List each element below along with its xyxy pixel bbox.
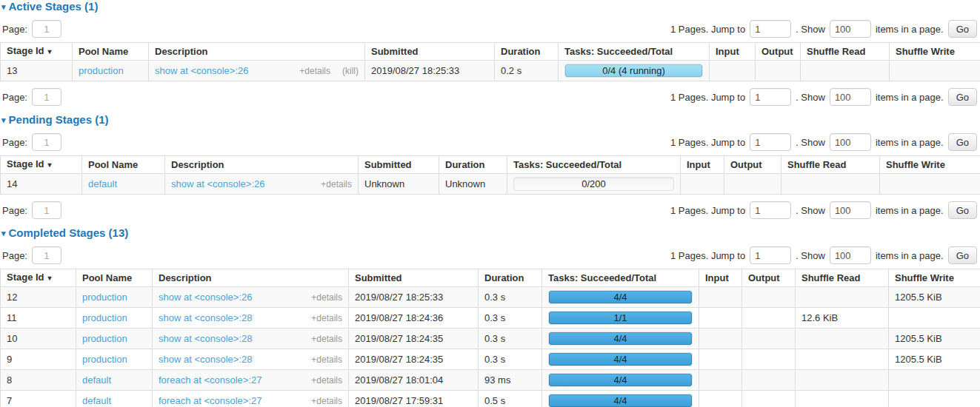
- column-header-description[interactable]: Description: [153, 269, 349, 287]
- pool-name-link[interactable]: default: [82, 395, 111, 406]
- column-header-duration[interactable]: Duration: [495, 43, 559, 61]
- go-button[interactable]: Go: [948, 133, 977, 151]
- show-items-input[interactable]: [830, 20, 871, 38]
- pool-name-cell: production: [76, 349, 153, 370]
- go-button[interactable]: Go: [948, 246, 977, 264]
- page-number-input[interactable]: [32, 133, 61, 151]
- column-header-tasks-succeeded-total[interactable]: Tasks: Succeeded/Total: [542, 269, 699, 287]
- details-toggle[interactable]: +details: [299, 66, 330, 76]
- stage-description-link[interactable]: show at <console>:26: [159, 292, 311, 303]
- column-header-label: Shuffle Write: [895, 272, 954, 283]
- column-header-shuffle-write[interactable]: Shuffle Write: [889, 269, 980, 287]
- pool-name-link[interactable]: production: [82, 312, 127, 323]
- show-items-input[interactable]: [830, 133, 871, 151]
- stage-description-link[interactable]: show at <console>:26: [171, 179, 321, 189]
- show-items-input[interactable]: [830, 201, 871, 219]
- go-button[interactable]: Go: [948, 20, 977, 38]
- stage-description-link[interactable]: foreach at <console>:27: [159, 396, 311, 406]
- page-number-input[interactable]: [32, 246, 61, 264]
- pool-name-link[interactable]: default: [82, 374, 111, 386]
- duration-cell: 93 ms: [479, 370, 542, 391]
- shuffle-read-cell: [796, 370, 889, 391]
- stage-description-link[interactable]: show at <console>:28: [159, 334, 311, 344]
- column-header-submitted[interactable]: Submitted: [365, 43, 495, 61]
- column-header-pool-name[interactable]: Pool Name: [76, 269, 153, 287]
- stage-description-link[interactable]: show at <console>:28: [159, 354, 311, 365]
- jump-to-input[interactable]: [750, 133, 791, 151]
- stage-description-link[interactable]: foreach at <console>:27: [159, 375, 311, 386]
- column-header-shuffle-read[interactable]: Shuffle Read: [796, 269, 889, 287]
- go-button[interactable]: Go: [948, 201, 977, 219]
- active-stages-heading[interactable]: ▾Active Stages (1): [1, 1, 980, 13]
- kill-link[interactable]: (kill): [342, 66, 359, 76]
- tasks-cell: 0/200: [507, 174, 681, 195]
- shuffle-write-cell: 1205.5 KiB: [889, 349, 980, 370]
- pool-name-link[interactable]: production: [82, 292, 127, 303]
- header-row: Stage Id▾Pool NameDescriptionSubmittedDu…: [1, 269, 980, 287]
- column-header-input[interactable]: Input: [710, 43, 756, 61]
- column-header-shuffle-write[interactable]: Shuffle Write: [890, 43, 980, 61]
- pool-name-link[interactable]: default: [88, 178, 117, 189]
- show-items-input[interactable]: [830, 88, 871, 106]
- stage-id-cell: 13: [1, 61, 73, 81]
- column-header-submitted[interactable]: Submitted: [359, 156, 439, 174]
- pages-count-text: 1 Pages. Jump to: [670, 92, 745, 103]
- description-cell: show at <console>:26+details: [165, 174, 359, 195]
- submitted-cell: 2019/08/27 18:24:36: [349, 308, 479, 329]
- column-header-shuffle-read[interactable]: Shuffle Read: [781, 156, 880, 174]
- column-header-submitted[interactable]: Submitted: [349, 269, 479, 287]
- column-header-output[interactable]: Output: [756, 43, 801, 61]
- column-header-shuffle-write[interactable]: Shuffle Write: [880, 156, 980, 174]
- shuffle-read-cell: 12.6 KiB: [796, 308, 889, 329]
- pending-stages-heading[interactable]: ▾Pending Stages (1): [1, 114, 980, 127]
- page-number-input[interactable]: [32, 20, 61, 38]
- details-toggle[interactable]: +details: [321, 179, 352, 189]
- details-toggle[interactable]: +details: [311, 396, 342, 406]
- column-header-output[interactable]: Output: [742, 269, 796, 287]
- details-toggle[interactable]: +details: [311, 313, 342, 323]
- column-header-output[interactable]: Output: [724, 156, 781, 174]
- pool-name-link[interactable]: production: [82, 354, 127, 365]
- column-header-stage-id[interactable]: Stage Id▾: [1, 43, 73, 61]
- page-label: Page:: [2, 137, 27, 148]
- input-cell: [699, 349, 742, 370]
- column-header-duration[interactable]: Duration: [439, 156, 507, 174]
- column-header-description[interactable]: Description: [149, 43, 365, 61]
- stage-description-link[interactable]: show at <console>:28: [159, 313, 311, 323]
- column-header-stage-id[interactable]: Stage Id▾: [1, 156, 82, 174]
- column-header-input[interactable]: Input: [681, 156, 724, 174]
- details-toggle[interactable]: +details: [311, 354, 342, 365]
- details-toggle[interactable]: +details: [311, 375, 342, 386]
- jump-to-input[interactable]: [750, 201, 791, 219]
- jump-to-input[interactable]: [750, 246, 791, 264]
- stage-row: 12productionshow at <console>:26+details…: [1, 287, 980, 308]
- tasks-cell: 4/4: [542, 349, 699, 370]
- page-number-input[interactable]: [32, 201, 61, 219]
- pagination-bar: Page: 1 Pages. Jump to . Show items in a…: [0, 201, 980, 219]
- show-items-input[interactable]: [830, 246, 871, 264]
- details-toggle[interactable]: +details: [311, 334, 342, 344]
- jump-to-input[interactable]: [750, 88, 791, 106]
- stage-row: 8defaultforeach at <console>:27+details2…: [1, 370, 980, 391]
- stage-description-link[interactable]: show at <console>:26: [155, 66, 299, 76]
- pool-name-link[interactable]: production: [82, 333, 127, 344]
- details-toggle[interactable]: +details: [311, 292, 342, 303]
- completed-stages-heading[interactable]: ▾Completed Stages (13): [1, 227, 980, 240]
- column-header-pool-name[interactable]: Pool Name: [73, 43, 149, 61]
- page-number-input[interactable]: [32, 88, 61, 106]
- column-header-description[interactable]: Description: [165, 156, 359, 174]
- pool-name-cell: production: [76, 308, 153, 329]
- jump-to-input[interactable]: [750, 20, 791, 38]
- column-header-input[interactable]: Input: [699, 269, 742, 287]
- submitted-cell: 2019/08/27 18:01:04: [349, 370, 479, 391]
- task-progress-label: 4/4: [549, 394, 692, 407]
- go-button[interactable]: Go: [948, 88, 977, 106]
- column-header-stage-id[interactable]: Stage Id▾: [1, 269, 76, 287]
- column-header-shuffle-read[interactable]: Shuffle Read: [801, 43, 890, 61]
- pool-name-link[interactable]: production: [79, 65, 124, 76]
- column-header-tasks-succeeded-total[interactable]: Tasks: Succeeded/Total: [559, 43, 710, 61]
- column-header-duration[interactable]: Duration: [479, 269, 542, 287]
- column-header-tasks-succeeded-total[interactable]: Tasks: Succeeded/Total: [507, 156, 681, 174]
- column-header-pool-name[interactable]: Pool Name: [82, 156, 165, 174]
- shuffle-read-cell: [781, 174, 880, 195]
